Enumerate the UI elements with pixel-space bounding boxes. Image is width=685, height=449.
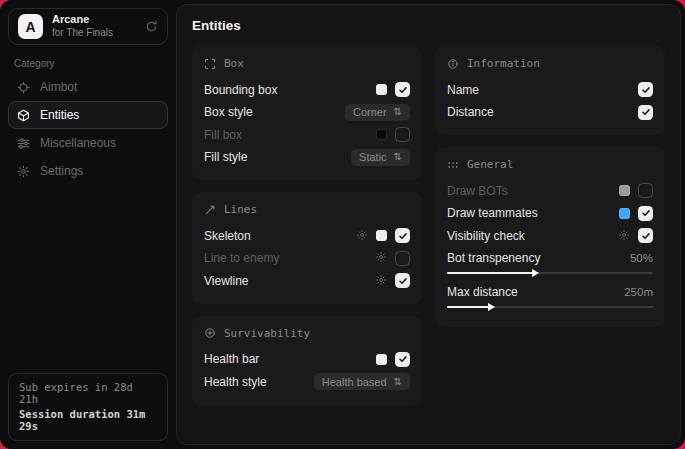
sidebar-item-entities[interactable]: Entities xyxy=(8,101,168,129)
checkbox-fill-box[interactable] xyxy=(395,127,410,142)
row-label: Draw teammates xyxy=(447,206,619,220)
gear-icon xyxy=(16,165,30,178)
card-general: GeneralDraw BOTsDraw teammatesVisibility… xyxy=(435,147,665,327)
sliders-icon xyxy=(16,137,30,150)
card-survivability: SurvivabilityHealth barHealth styleHealt… xyxy=(192,316,422,405)
color-swatch[interactable] xyxy=(619,185,630,196)
grid-icon xyxy=(447,159,459,171)
survivability-icon xyxy=(204,327,216,339)
dropdown-value: Corner xyxy=(353,106,387,118)
slider-bot-transpenency[interactable] xyxy=(447,268,653,278)
dropdown-value: Health based xyxy=(322,376,387,388)
checkbox-distance[interactable] xyxy=(638,105,653,120)
sidebar-item-miscellaneous[interactable]: Miscellaneous xyxy=(8,129,168,157)
sidebar-item-label: Aimbot xyxy=(40,80,77,94)
checkbox-line-to-enemy[interactable] xyxy=(395,251,410,266)
checkbox-bounding-box[interactable] xyxy=(395,82,410,97)
row-label: Bounding box xyxy=(204,83,376,97)
dropdown-value: Static xyxy=(359,151,387,163)
setting-row-box-style: Box styleCorner⇅ xyxy=(204,102,410,124)
setting-row-draw-teammates: Draw teammates xyxy=(447,203,653,225)
color-swatch[interactable] xyxy=(376,354,387,365)
row-label: Fill box xyxy=(204,128,376,142)
row-label: Fill style xyxy=(204,150,351,164)
setting-row-viewline: Viewline xyxy=(204,270,410,292)
card-title: Information xyxy=(467,57,540,70)
sidebar-item-label: Entities xyxy=(40,108,79,122)
dropdown-fill-style[interactable]: Static⇅ xyxy=(351,149,410,166)
dropdown-health-style[interactable]: Health based⇅ xyxy=(314,373,410,390)
chevrons-up-down-icon: ⇅ xyxy=(394,152,402,162)
slider-max-distance[interactable] xyxy=(447,302,653,312)
setting-row-line-to-enemy: Line to enemy xyxy=(204,248,410,270)
color-swatch[interactable] xyxy=(376,129,387,140)
slider-label: Max distance xyxy=(447,285,624,299)
card-title: Lines xyxy=(224,203,257,216)
chevrons-up-down-icon: ⇅ xyxy=(394,377,402,387)
main-panel: Entities BoxBounding boxBox styleCorner⇅… xyxy=(176,4,681,445)
cube-icon xyxy=(16,109,30,122)
setting-row-visibility-check: Visibility check xyxy=(447,225,653,247)
sidebar-item-label: Settings xyxy=(40,164,83,178)
card-information: InformationNameDistance xyxy=(435,46,665,135)
sidebar-nav: Aimbot Entities Miscellaneous xyxy=(0,73,176,185)
setting-row-skeleton: Skeleton xyxy=(204,225,410,247)
gear-icon[interactable] xyxy=(618,229,630,243)
card-title: General xyxy=(467,158,513,171)
row-label: Draw BOTs xyxy=(447,184,619,198)
setting-row-health-style: Health styleHealth based⇅ xyxy=(204,371,410,393)
setting-row-health-bar: Health bar xyxy=(204,349,410,371)
column-right: InformationNameDistanceGeneralDraw BOTsD… xyxy=(435,46,665,405)
row-label: Box style xyxy=(204,105,345,119)
refresh-icon[interactable] xyxy=(145,20,158,33)
gear-icon[interactable] xyxy=(356,229,368,243)
crosshair-icon xyxy=(16,81,30,94)
sidebar-item-settings[interactable]: Settings xyxy=(8,157,168,185)
app-subtitle: for The Finals xyxy=(52,27,136,40)
chevrons-up-down-icon: ⇅ xyxy=(394,107,402,117)
checkbox-draw-bots[interactable] xyxy=(638,183,653,198)
card-lines: LinesSkeletonLine to enemyViewline xyxy=(192,192,422,304)
session-duration-text: Session duration 31m 29s xyxy=(19,408,157,432)
sidebar: A Arcane for The Finals Category xyxy=(0,0,176,449)
row-label: Line to enemy xyxy=(204,251,375,265)
row-label: Distance xyxy=(447,105,638,119)
slider-value: 250m xyxy=(624,286,653,298)
slider-fill xyxy=(447,306,490,308)
app-window: A Arcane for The Finals Category xyxy=(0,0,685,449)
slider-thumb[interactable] xyxy=(532,269,539,277)
card-title: Box xyxy=(224,57,244,70)
sub-expiry-text: Sub expires in 28d 21h xyxy=(19,381,157,405)
checkbox-draw-teammates[interactable] xyxy=(638,206,653,221)
color-swatch[interactable] xyxy=(376,230,387,241)
checkbox-health-bar[interactable] xyxy=(395,352,410,367)
color-swatch[interactable] xyxy=(619,208,630,219)
checkbox-name[interactable] xyxy=(638,82,653,97)
line-icon xyxy=(204,204,216,216)
brand-card: A Arcane for The Finals xyxy=(8,8,168,45)
setting-row-draw-bots: Draw BOTs xyxy=(447,180,653,202)
app-logo: A xyxy=(18,14,43,39)
gear-icon[interactable] xyxy=(375,274,387,288)
card-title: Survivability xyxy=(224,327,310,340)
dropdown-box-style[interactable]: Corner⇅ xyxy=(345,104,410,121)
gear-icon[interactable] xyxy=(375,251,387,265)
page-title: Entities xyxy=(192,18,665,33)
column-left: BoxBounding boxBox styleCorner⇅Fill boxF… xyxy=(192,46,422,405)
color-swatch[interactable] xyxy=(376,84,387,95)
info-icon xyxy=(447,58,459,70)
slider-fill xyxy=(447,272,534,274)
slider-thumb[interactable] xyxy=(488,303,495,311)
session-info-box: Sub expires in 28d 21h Session duration … xyxy=(8,373,168,441)
sidebar-item-aimbot[interactable]: Aimbot xyxy=(8,73,168,101)
row-label: Health style xyxy=(204,375,314,389)
checkbox-skeleton[interactable] xyxy=(395,228,410,243)
row-label: Viewline xyxy=(204,274,375,288)
box-brackets-icon xyxy=(204,58,216,70)
checkbox-viewline[interactable] xyxy=(395,273,410,288)
sidebar-item-label: Miscellaneous xyxy=(40,136,116,150)
slider-label: Bot transpenency xyxy=(447,251,630,265)
checkbox-visibility-check[interactable] xyxy=(638,228,653,243)
setting-row-fill-style: Fill styleStatic⇅ xyxy=(204,147,410,169)
setting-row-name: Name xyxy=(447,79,653,101)
